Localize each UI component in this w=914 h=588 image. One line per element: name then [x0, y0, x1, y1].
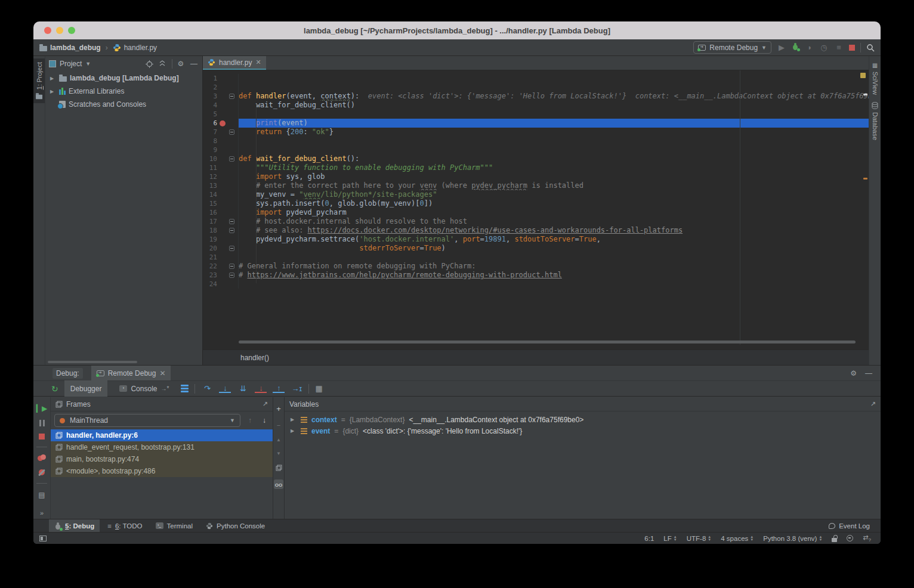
close-window-button[interactable] — [44, 27, 51, 34]
fold-marker-icon[interactable] — [229, 219, 234, 224]
code-line[interactable]: 5 — [203, 110, 869, 119]
code-line[interactable]: 8 — [203, 137, 869, 146]
code-text[interactable]: sys.path.insert(0, glob.glob(my_venv)[0]… — [239, 199, 869, 208]
move-down-icon[interactable]: ▼ — [276, 451, 281, 456]
code-text[interactable]: def wait_for_debug_client(): — [239, 154, 869, 163]
tool-button-database[interactable]: Database — [869, 98, 881, 144]
reader-mode-icon[interactable] — [847, 535, 853, 541]
breadcrumb-scope[interactable]: handler() — [240, 354, 269, 362]
fold-column[interactable] — [227, 228, 236, 233]
code-line[interactable]: 2 — [203, 83, 869, 92]
code-text[interactable] — [239, 110, 869, 119]
code-text[interactable]: # see also: https://docs.docker.com/desk… — [239, 226, 869, 235]
hide-panel-icon[interactable]: — — [865, 369, 872, 377]
code-text[interactable] — [239, 146, 869, 154]
code-text[interactable]: pydevd_pycharm.settrace('host.docker.int… — [239, 235, 869, 244]
expand-arrow-icon[interactable]: ▶ — [50, 76, 56, 81]
code-line[interactable]: 17 # host.docker.internal should resolve… — [203, 217, 869, 226]
tool-button-terminal[interactable]: ›_ Terminal — [150, 519, 198, 533]
code-line[interactable]: 10def wait_for_debug_client(): — [203, 154, 869, 163]
frame-row[interactable]: main, bootstrap.py:474 — [51, 453, 273, 465]
collapse-all-icon[interactable] — [159, 60, 168, 67]
interpreter-select[interactable]: Python 3.8 (venv)▲▼ — [763, 535, 822, 542]
mute-breakpoints-icon[interactable] — [38, 469, 45, 476]
line-separator-select[interactable]: LF▲▼ — [663, 535, 677, 542]
remove-icon[interactable]: − — [277, 422, 280, 429]
fold-column[interactable] — [227, 264, 236, 269]
step-over-icon[interactable]: ↷ — [201, 384, 213, 393]
previous-frame-icon[interactable]: ↑ — [245, 416, 255, 425]
breakpoint-icon[interactable] — [220, 120, 226, 126]
code-line[interactable]: 12 import sys, glob — [203, 172, 869, 181]
stop-icon[interactable] — [849, 45, 855, 51]
debug-icon[interactable] — [792, 43, 799, 52]
chevron-down-icon[interactable]: ▼ — [85, 61, 91, 67]
tree-item-external-libraries[interactable]: ▶ External Libraries — [45, 85, 202, 98]
code-text[interactable]: import pydevd_pycharm — [239, 208, 869, 217]
resume-icon[interactable]: ▎▶ — [36, 404, 47, 413]
code-line[interactable]: 23# https://www.jetbrains.com/help/pycha… — [203, 271, 869, 280]
debug-session-tab[interactable]: Remote Debug ✕ — [91, 366, 171, 380]
step-into-icon[interactable]: ↓ — [219, 384, 231, 393]
code-line[interactable]: 3def handler(event, context): event: <cl… — [203, 92, 869, 101]
zoom-window-button[interactable] — [68, 27, 75, 34]
tab-debugger[interactable]: Debugger — [64, 380, 108, 397]
variable-row[interactable]: ▶context={LambdaContext}<__main__.Lambda… — [285, 414, 881, 425]
editor-tab-handler-py[interactable]: handler.py ✕ — [203, 56, 266, 70]
code-text[interactable]: """Utility function to enable debugging … — [239, 163, 869, 172]
horizontal-scrollbar[interactable] — [239, 341, 856, 343]
code-line[interactable]: 14 my_venv = "venv/lib/python*/site-pack… — [203, 190, 869, 199]
tree-item-project-root[interactable]: ▶ lambda_debug [Lambda Debug] — [45, 72, 202, 85]
code-line[interactable]: 7 return {200: "ok"} — [203, 128, 869, 137]
inspection-indicator[interactable] — [860, 73, 866, 78]
tool-button-debug[interactable]: 5: Debug — [49, 519, 100, 533]
view-breakpoints-icon[interactable] — [38, 454, 46, 462]
unlock-icon[interactable] — [832, 538, 837, 542]
tool-button-python-console[interactable]: Python Console — [200, 519, 270, 533]
force-step-into-icon[interactable]: ↓ — [255, 384, 267, 393]
duplicate-icon[interactable] — [276, 465, 282, 471]
stop-icon[interactable] — [39, 434, 45, 440]
profiler-icon[interactable]: ◷ — [819, 43, 829, 52]
gear-icon[interactable]: ⚙ — [850, 369, 857, 377]
run-to-cursor-icon[interactable]: →ɪ — [291, 384, 302, 393]
indent-select[interactable]: 4 spaces▲▼ — [721, 535, 754, 542]
hide-panel-icon[interactable]: — — [189, 60, 199, 68]
expand-arrow-icon[interactable]: ▶ — [291, 428, 297, 434]
step-out-icon[interactable]: ↑ — [273, 384, 285, 393]
code-text[interactable]: stderrToServer=True) — [239, 244, 869, 253]
code-text[interactable]: # https://www.jetbrains.com/help/pycharm… — [239, 271, 869, 280]
frame-row[interactable]: handler, handler.py:6 — [51, 429, 273, 441]
code-line[interactable]: 20 stderrToServer=True) — [203, 244, 869, 253]
event-log-button[interactable]: Event Log — [829, 522, 870, 530]
tree-item-scratches[interactable]: Scratches and Consoles — [45, 98, 202, 111]
fold-marker-icon[interactable] — [229, 273, 234, 278]
code-text[interactable]: import sys, glob — [239, 172, 869, 181]
run-configurations-icon[interactable]: ≡ — [834, 43, 844, 52]
code-line[interactable]: 13 # enter the correct path here to your… — [203, 181, 869, 190]
tab-console[interactable]: › Console →* — [113, 380, 175, 397]
fold-marker-icon[interactable] — [229, 94, 234, 99]
code-text[interactable]: def handler(event, context): event: <cla… — [239, 92, 869, 101]
code-text[interactable]: # host.docker.internal should resolve to… — [239, 217, 869, 226]
variable-row[interactable]: ▶event={dict}<class 'dict'>: {'message':… — [285, 425, 881, 437]
caret-position[interactable]: 6:1 — [644, 535, 654, 542]
code-line[interactable]: 24 — [203, 280, 869, 289]
breadcrumb-file[interactable]: handler.py — [124, 44, 157, 52]
move-up-icon[interactable]: ▲ — [276, 437, 281, 442]
evaluate-expression-icon[interactable]: ▦ — [315, 384, 322, 393]
fold-marker-icon[interactable] — [229, 129, 234, 135]
show-watches-icon[interactable]: OO — [274, 479, 283, 489]
code-line[interactable]: 18 # see also: https://docs.docker.com/d… — [203, 226, 869, 235]
execution-line[interactable]: print(event) — [239, 119, 869, 128]
next-frame-icon[interactable]: ↓ — [260, 416, 269, 425]
fold-marker-icon[interactable] — [229, 264, 234, 269]
fold-column[interactable] — [227, 156, 236, 162]
float-panel-icon[interactable]: ↗ — [870, 400, 876, 408]
fold-column[interactable] — [227, 94, 236, 99]
frame-row[interactable]: <module>, bootstrap.py:486 — [51, 465, 273, 477]
code-text[interactable]: my_venv = "venv/lib/python*/site-package… — [239, 190, 869, 199]
run-configuration-select[interactable]: Remote Debug ▼ — [693, 41, 771, 54]
rerun-icon[interactable]: ↻ — [51, 384, 58, 394]
search-everywhere-icon[interactable] — [866, 44, 875, 52]
